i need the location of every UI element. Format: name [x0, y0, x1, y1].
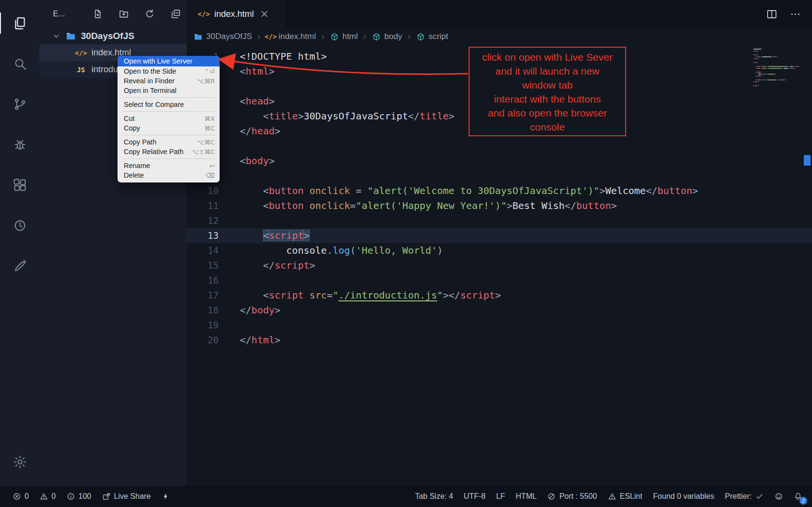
status-warnings[interactable]: 0	[35, 486, 61, 507]
menu-item-reveal-in-finder[interactable]: Reveal in Finder⌥⌘R	[118, 76, 220, 86]
menu-item-label: Reveal in Finder	[124, 77, 175, 85]
folder-name: 30DaysOfJS	[81, 31, 134, 41]
status-info-count[interactable]: 100	[62, 486, 96, 507]
annotation-line: window tab	[470, 78, 625, 92]
menu-item-rename[interactable]: Rename↩	[118, 161, 220, 170]
status-label: Found 0 variables	[653, 492, 714, 501]
sidebar-header: E...	[39, 0, 187, 28]
status-encoding[interactable]: UTF-8	[459, 486, 490, 507]
status-bar-right: Tab Size: 4UTF-8LFHTMLPort : 5500ESLintF…	[410, 486, 807, 507]
menu-item-delete[interactable]: Delete⌫	[118, 170, 220, 180]
split-editor-icon[interactable]	[766, 8, 778, 20]
folder-icon	[194, 32, 203, 41]
menu-item-shortcut: ⌥⌘R	[197, 78, 215, 85]
status-language-mode[interactable]: HTML	[511, 486, 542, 507]
chevron-right-icon	[361, 33, 368, 40]
activity-item-search[interactable]	[0, 43, 39, 84]
activity-bar	[0, 0, 39, 486]
status-eslint[interactable]: ESLint	[603, 486, 647, 507]
status-errors[interactable]: 0	[8, 486, 34, 507]
code-line-11[interactable]: 11 <button onclick="alert('Happy New Yea…	[187, 198, 812, 213]
code-line-8[interactable]: 8<body>	[187, 154, 812, 169]
close-icon[interactable]	[259, 9, 270, 19]
code-line-20[interactable]: 20</html>	[187, 333, 812, 348]
tree-root-folder[interactable]: 30DaysOfJS	[39, 28, 187, 44]
activity-item-history[interactable]	[0, 205, 39, 246]
code-line-18[interactable]: 18</body>	[187, 303, 812, 318]
html-file-icon: </>	[75, 48, 87, 58]
tab-index-html[interactable]: </> index.html	[187, 0, 286, 28]
breadcrumb-label: script	[429, 32, 448, 41]
status-bar: 00100Live Share Tab Size: 4UTF-8LFHTMLPo…	[0, 486, 812, 507]
breadcrumb-item-index.html[interactable]: </>index.html	[266, 32, 315, 41]
status-live-server-port[interactable]: Port : 5500	[542, 486, 602, 507]
code-line-10[interactable]: 10 <button onclick = "alert('Welcome to …	[187, 183, 812, 198]
status-label: HTML	[516, 492, 537, 501]
breadcrumb-label: body	[384, 32, 402, 41]
menu-item-open-to-the-side[interactable]: Open to the Side⌃⏎	[118, 66, 220, 76]
status-live-share[interactable]: Live Share	[97, 486, 156, 507]
menu-item-cut[interactable]: Cut⌘X	[118, 114, 220, 123]
code-line-7[interactable]: 7	[187, 139, 812, 154]
code-line-14[interactable]: 14 console.log('Hello, World')	[187, 243, 812, 258]
status-eol[interactable]: LF	[491, 486, 510, 507]
status-label: 0	[52, 492, 56, 501]
menu-item-shortcut: ⌥⇧⌘C	[192, 148, 215, 156]
code-line-17[interactable]: 17 <script src="./introduction.js"></scr…	[187, 288, 812, 303]
code-line-12[interactable]: 12	[187, 213, 812, 228]
line-number: 20	[187, 333, 219, 348]
status-tab-size[interactable]: Tab Size: 4	[410, 486, 458, 507]
status-prettier[interactable]: Prettier:	[720, 486, 769, 507]
status-label: 100	[79, 492, 92, 501]
smiley-icon	[774, 492, 783, 501]
more-icon[interactable]	[789, 8, 801, 20]
activity-item-debug[interactable]	[0, 124, 39, 165]
warning-triangle-icon	[39, 492, 48, 501]
tab-title: index.html	[214, 9, 254, 19]
breadcrumb-item-30DaysOfJS[interactable]: 30DaysOfJS	[194, 32, 252, 41]
menu-item-copy[interactable]: Copy⌘C	[118, 123, 220, 133]
annotation-line: console	[470, 120, 625, 134]
debug-icon	[13, 137, 27, 152]
html-file-icon: </>	[198, 9, 209, 19]
activity-item-explorer[interactable]	[0, 3, 39, 43]
refresh-icon[interactable]	[144, 9, 155, 19]
code-line-19[interactable]: 19	[187, 318, 812, 333]
status-notifications-bell[interactable]: 2	[789, 486, 807, 507]
status-variables-found[interactable]: Found 0 variables	[648, 486, 719, 507]
status-feedback-smiley[interactable]	[770, 486, 788, 507]
symbol-cube-icon	[330, 32, 339, 41]
code-line-13[interactable]: 13 <script>	[187, 228, 812, 243]
breadcrumb-item-html[interactable]: html	[330, 32, 358, 41]
activity-item-settings-gear[interactable]	[0, 442, 39, 482]
status-quick-action[interactable]	[157, 486, 175, 507]
status-label: LF	[496, 492, 505, 501]
menu-item-open-in-terminal[interactable]: Open in Terminal	[118, 86, 220, 95]
menu-item-label: Open in Terminal	[124, 87, 176, 94]
activity-item-feedback[interactable]	[0, 246, 39, 286]
new-file-icon[interactable]	[92, 9, 103, 19]
code-line-16[interactable]: 16	[187, 273, 812, 288]
menu-item-select-for-compare[interactable]: Select for Compare	[118, 100, 220, 109]
new-folder-icon[interactable]	[118, 9, 129, 19]
minimap[interactable]	[753, 48, 799, 87]
annotation-line: interact with the buttons	[470, 92, 625, 106]
breadcrumb-item-script[interactable]: script	[416, 32, 448, 41]
menu-item-copy-relative-path[interactable]: Copy Relative Path⌥⇧⌘C	[118, 147, 220, 156]
status-bar-left: 00100Live Share	[8, 486, 175, 507]
collapse-all-icon[interactable]	[170, 9, 181, 19]
menu-item-label: Copy Relative Path	[124, 148, 183, 156]
code-line-9[interactable]: 9	[187, 169, 812, 183]
history-icon	[13, 218, 27, 233]
menu-item-label: Copy	[124, 124, 140, 132]
menu-item-open-with-live-server[interactable]: Open with Live Server	[118, 56, 220, 66]
status-label: UTF-8	[464, 492, 485, 501]
line-number: 17	[187, 288, 219, 303]
breadcrumb-item-body[interactable]: body	[372, 32, 402, 41]
activity-item-extensions[interactable]	[0, 165, 39, 205]
sidebar-title: E...	[53, 10, 65, 18]
live-share-icon	[102, 492, 111, 501]
menu-item-copy-path[interactable]: Copy Path⌥⌘C	[118, 137, 220, 147]
activity-item-source-control[interactable]	[0, 84, 39, 124]
code-line-15[interactable]: 15 </script>	[187, 258, 812, 273]
